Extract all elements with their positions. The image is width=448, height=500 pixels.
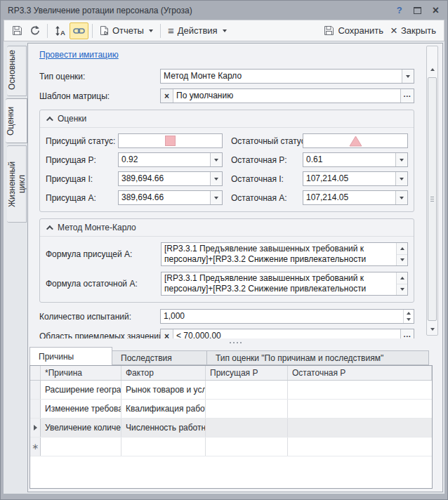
scrollbar-down-arrow[interactable] [427, 324, 437, 334]
column-header-inherent-p[interactable]: Присущая P [206, 366, 288, 380]
acceptable-range-field[interactable]: × < 70,000.00 ··· [160, 329, 414, 338]
cell-residual-p[interactable] [288, 381, 432, 399]
save-and-keep-button[interactable]: Сохранить [320, 22, 387, 39]
side-tab-main[interactable]: Основные [7, 46, 27, 96]
residual-formula-field[interactable]: [RP3.3.1 Предъявление завышенных требова… [161, 272, 408, 296]
column-header-cause[interactable]: *Причина [41, 366, 121, 380]
tab-consequences[interactable]: Последствия [112, 350, 207, 365]
scores-group-header[interactable]: Оценки [40, 110, 414, 128]
cell-cause[interactable]: Изменение требований ... [41, 400, 121, 418]
residual-p-value[interactable]: 0.61 [303, 153, 395, 166]
trials-value[interactable]: 1,000 [161, 310, 403, 323]
dropdown-button[interactable] [210, 153, 222, 166]
inherent-i-value[interactable]: 389,694.66 [119, 172, 210, 185]
table-row[interactable]: Расширение географии ... Рынок товаров и… [30, 381, 432, 400]
cell-factor[interactable]: Численность работников [121, 419, 206, 437]
close-form-button[interactable]: × Закрыть [387, 22, 440, 39]
scrollbar-thumb[interactable] [428, 77, 437, 321]
matrix-template-field[interactable]: × По умолчанию ··· [160, 88, 414, 103]
side-tab-scores[interactable]: Оценки [6, 98, 27, 143]
clear-x-icon[interactable]: × [161, 89, 173, 103]
monte-carlo-group-header[interactable]: Метод Монте-Карло [40, 219, 414, 237]
dropdown-button[interactable] [210, 191, 222, 204]
residual-a-combo[interactable]: 107,214.05 [303, 190, 408, 205]
trials-spin-field[interactable]: 1,000 [160, 309, 414, 324]
dropdown-button[interactable] [395, 191, 407, 204]
maximize-icon[interactable] [414, 7, 421, 14]
ellipsis-button[interactable]: ··· [400, 89, 414, 103]
grid-empty-area [30, 456, 432, 488]
chevron-down-icon [149, 29, 153, 32]
cell-cause[interactable] [41, 438, 121, 456]
cell-residual-p[interactable] [288, 419, 432, 437]
inherent-status-field[interactable] [118, 133, 223, 148]
residual-i-combo[interactable]: 107,214.05 [303, 171, 408, 186]
chevron-down-icon [400, 197, 404, 199]
assessment-type-value[interactable]: Метод Монте Карло [161, 70, 402, 83]
cell-inherent-p[interactable] [206, 438, 288, 456]
cell-inherent-p[interactable] [206, 419, 288, 437]
scrollbar-up-arrow[interactable] [427, 64, 437, 74]
row-indicator[interactable] [30, 381, 41, 399]
tab-assessment-type[interactable]: Тип оценки "По причинам и последствиям" [207, 350, 429, 365]
assessment-type-combo[interactable]: Метод Монте Карло [160, 69, 414, 84]
help-icon[interactable]: ? [397, 5, 402, 15]
cell-cause[interactable]: Увеличение количеств... [41, 419, 121, 437]
table-row-current[interactable]: Увеличение количеств... Численность рабо… [30, 419, 432, 438]
save-button[interactable] [8, 22, 26, 39]
ellipsis-button[interactable]: ··· [400, 329, 414, 338]
residual-formula-value[interactable]: [RP3.3.1 Предъявление завышенных требова… [162, 272, 396, 295]
link-toggle-button[interactable] [70, 22, 88, 39]
row-auto-height-button[interactable]: A [51, 22, 70, 39]
cell-inherent-p[interactable] [206, 381, 288, 399]
inherent-formula-field[interactable]: [RP3.3.1 Предъявление завышенных требова… [161, 242, 408, 266]
residual-i-value[interactable]: 107,214.05 [303, 172, 395, 185]
dropdown-button[interactable] [402, 70, 414, 83]
inherent-p-value[interactable]: 0.92 [119, 153, 210, 166]
new-row[interactable]: ∗ [30, 438, 432, 456]
dropdown-button[interactable] [395, 172, 407, 185]
cell-residual-p[interactable] [288, 438, 432, 456]
actions-menu-button[interactable]: ≡ Действия [164, 22, 230, 39]
scroll-down-button[interactable] [397, 255, 407, 266]
dropdown-button[interactable] [395, 153, 407, 166]
side-tab-lifecycle[interactable]: Жизненный цикл [7, 145, 27, 223]
acceptable-range-value[interactable]: < 70,000.00 [173, 329, 400, 338]
spin-down-button[interactable] [404, 317, 414, 324]
horizontal-splitter[interactable] [28, 338, 442, 347]
run-simulation-link[interactable]: Провести имитацию [39, 50, 119, 60]
inherent-a-combo[interactable]: 389,694.66 [118, 190, 223, 205]
close-icon[interactable]: × [433, 7, 439, 14]
cell-cause[interactable]: Расширение географии ... [41, 381, 121, 399]
current-row-indicator[interactable] [30, 419, 41, 437]
residual-p-combo[interactable]: 0.61 [303, 152, 408, 167]
scroll-up-button[interactable] [397, 243, 407, 255]
reports-menu-button[interactable]: Отчеты [96, 22, 157, 39]
inherent-a-value[interactable]: 389,694.66 [119, 191, 210, 204]
inherent-p-combo[interactable]: 0.92 [118, 152, 223, 167]
inherent-i-combo[interactable]: 389,694.66 [118, 171, 223, 186]
scroll-up-button[interactable] [397, 272, 407, 284]
residual-status-field[interactable] [303, 133, 408, 148]
dropdown-button[interactable] [210, 172, 222, 185]
cell-factor[interactable]: Рынок товаров и услуг [121, 381, 206, 399]
residual-a-value[interactable]: 107,214.05 [303, 191, 395, 204]
new-row-indicator[interactable]: ∗ [30, 438, 41, 456]
refresh-button[interactable] [26, 22, 44, 39]
cell-inherent-p[interactable] [206, 400, 288, 418]
column-header-residual-p[interactable]: Остаточная P [288, 366, 432, 380]
spin-buttons [403, 310, 414, 323]
matrix-template-value[interactable]: По умолчанию [173, 89, 400, 103]
table-row[interactable]: Изменение требований ... Квалификация ра… [30, 400, 432, 419]
inherent-formula-value[interactable]: [RP3.3.1 Предъявление завышенных требова… [162, 243, 396, 265]
vertical-scrollbar[interactable] [426, 46, 438, 336]
spin-up-button[interactable] [404, 310, 414, 317]
scroll-down-button[interactable] [397, 284, 407, 296]
clear-x-icon[interactable]: × [161, 329, 173, 338]
cell-residual-p[interactable] [288, 400, 432, 418]
column-header-factor[interactable]: Фактор [121, 366, 206, 380]
tab-causes[interactable]: Причины [29, 347, 112, 365]
cell-factor[interactable]: Квалификация работни... [121, 400, 206, 418]
row-indicator[interactable] [30, 400, 41, 418]
cell-factor[interactable] [121, 438, 206, 456]
